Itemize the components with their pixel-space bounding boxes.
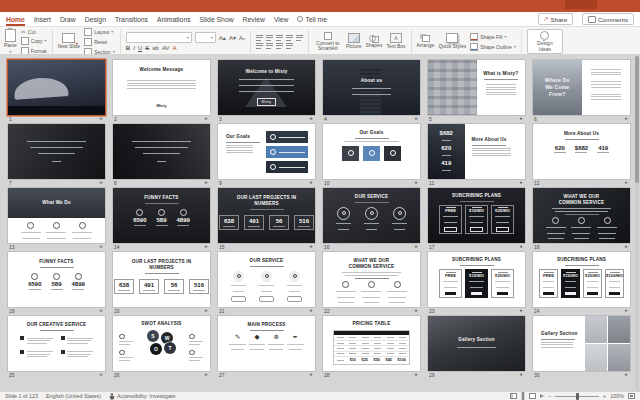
tab-review[interactable]: Review (243, 13, 265, 26)
slide-thumbnail-23[interactable]: SUBCRIBING PLANSFREE$15/MO$25/MO (428, 252, 525, 307)
arrange-button[interactable]: Arrange (417, 34, 435, 48)
select-button (470, 227, 483, 233)
feature-icon (27, 222, 34, 229)
table-cell (337, 343, 344, 344)
tab-design[interactable]: Design (85, 13, 106, 26)
shape-fill-button[interactable]: Shape Fill▾ (470, 33, 516, 41)
decrease-font-button[interactable]: A▾ (229, 34, 236, 41)
design-ideas-button[interactable]: Design Ideas (527, 29, 563, 54)
slide-thumbnail-1[interactable] (8, 60, 105, 115)
zoom-slider[interactable] (555, 396, 599, 397)
slide-sorter-view-button[interactable] (521, 392, 525, 400)
text-line (338, 229, 349, 230)
slide-thumbnail-13[interactable]: What We Do (8, 188, 105, 243)
slideshow-view-button[interactable] (540, 394, 544, 398)
tab-tell-me[interactable]: Tell me (297, 13, 327, 26)
zoom-slider-thumb[interactable] (576, 393, 579, 400)
text-box-button[interactable]: A Text Box (386, 33, 405, 49)
tab-draw[interactable]: Draw (60, 13, 76, 26)
slide-thumbnail-27[interactable]: MAIN PROCESS✎◆⊕✒ (218, 316, 315, 371)
slide-thumbnail-25[interactable]: OUR CREATIVE SERVICE (8, 316, 105, 371)
slide-thumbnail-19[interactable]: FUNNY FACTS65905894899 (8, 252, 105, 307)
slide-thumbnail-22[interactable]: WHAT WE OUR COMMON SERVICE (323, 252, 420, 307)
cut-button[interactable]: ✂Cut (21, 29, 47, 35)
text-shadow-button[interactable]: ab (152, 45, 159, 51)
slide-thumbnail-7[interactable] (8, 124, 105, 179)
align-center-button[interactable] (266, 43, 273, 49)
slide-thumbnail-21[interactable]: OUR SERVICE (218, 252, 315, 307)
slide-thumbnail-10[interactable]: Our Goals (323, 124, 420, 179)
vertical-scrollbar[interactable] (635, 56, 639, 390)
service-icon (394, 281, 401, 288)
italic-button[interactable]: I (133, 45, 135, 51)
zoom-level[interactable]: 100% (610, 393, 624, 399)
accessibility-button[interactable]: Accessibility: Investigate (109, 393, 175, 400)
zoom-out-button[interactable]: − (548, 393, 551, 399)
slide-thumbnail-28[interactable]: PRICING TABLE$10$25$50$45$100 (323, 316, 420, 371)
slide-thumbnail-26[interactable]: SWOT ANALYSISSWOT (113, 316, 210, 371)
comments-button[interactable]: Comments (582, 13, 634, 25)
strikethrough-button[interactable]: S (145, 45, 149, 51)
font-name-combo[interactable]: ▾ (126, 32, 192, 43)
tab-view[interactable]: View (274, 13, 289, 26)
font-color-button[interactable]: A (172, 45, 176, 51)
shape-outline-button[interactable]: Shape Outline▾ (470, 43, 516, 51)
slide-thumbnail-17[interactable]: SUBCRIBING PLANSFREE$15/MO$25/MO (428, 188, 525, 243)
tab-insert[interactable]: Insert (34, 13, 51, 26)
language-button[interactable]: English (United States) (46, 393, 101, 399)
share-button[interactable]: ↗Share (538, 13, 574, 25)
clear-formatting-button[interactable]: Aₓ (239, 35, 245, 41)
reading-view-button[interactable] (529, 393, 536, 399)
slide-thumbnail-3[interactable]: Welcome to MistyMisty (218, 60, 315, 115)
character-spacing-button[interactable]: AV (162, 45, 170, 51)
fit-to-window-button[interactable] (628, 393, 635, 399)
layout-button[interactable]: Layout▾ (84, 28, 115, 36)
tab-animations[interactable]: Animations (157, 13, 191, 26)
new-slide-button[interactable]: New Slide (58, 33, 81, 49)
convert-smartart-button[interactable]: Convert to SmartArt (314, 32, 342, 52)
columns-button[interactable] (286, 43, 293, 49)
slide-thumbnail-14[interactable]: FUNNY FACTS65905894899 (113, 188, 210, 243)
tab-home[interactable]: Home (6, 13, 25, 26)
slide-thumbnail-4[interactable]: About us (323, 60, 420, 115)
indent-decrease-button[interactable] (276, 35, 283, 41)
normal-view-button[interactable] (510, 393, 517, 399)
bullets-button[interactable] (256, 35, 263, 41)
numbering-button[interactable] (266, 35, 273, 41)
tab-transitions[interactable]: Transitions (115, 13, 148, 26)
reset-button[interactable]: Reset (84, 38, 115, 46)
slide-thumbnail-30[interactable]: Gallery Section (533, 316, 630, 371)
tab-slide-show[interactable]: Slide Show (200, 13, 234, 26)
align-right-button[interactable] (276, 43, 283, 49)
line-spacing-button[interactable] (296, 35, 303, 41)
slide-thumbnail-6[interactable]: Where Do We Come From? (533, 60, 630, 115)
slide-thumbnail-29[interactable]: Gallery Section (428, 316, 525, 371)
copy-button[interactable]: Copy▾ (21, 37, 47, 45)
underline-button[interactable]: U (138, 45, 142, 51)
picture-button[interactable]: Picture (346, 33, 362, 49)
slide-thumbnail-2[interactable]: Welcome MessageMisty (113, 60, 210, 115)
slide-footer: 10★ (323, 179, 420, 187)
zoom-in-button[interactable]: + (603, 393, 606, 399)
stat-item: 589 (156, 209, 168, 226)
slide-thumbnail-12[interactable]: More About Us620$682419 (533, 124, 630, 179)
slide-thumbnail-24[interactable]: SUBCRIBING PLANSFREE$15/MO$25/MO$100/MO (533, 252, 630, 307)
arrange-label: Arrange (417, 43, 435, 48)
slide-thumbnail-11[interactable]: $682620419More About Us (428, 124, 525, 179)
slide-thumbnail-5[interactable]: What is Misty? (428, 60, 525, 115)
shapes-button[interactable]: Shapes (365, 34, 382, 48)
slide-thumbnail-9[interactable]: Our Goals (218, 124, 315, 179)
increase-font-button[interactable]: A▴ (219, 34, 226, 41)
scrollbar-thumb[interactable] (635, 56, 639, 183)
slide-thumbnail-16[interactable]: OUR SERVICE (323, 188, 420, 243)
slide-thumbnail-20[interactable]: OUR LAST PROJECTS IN NUMBERS63849156516 (113, 252, 210, 307)
bold-button[interactable]: B (126, 45, 130, 51)
slide-thumbnail-18[interactable]: WHAT WE OUR COMMON SERVICE (533, 188, 630, 243)
quick-styles-button[interactable]: Quick Styles (438, 33, 466, 49)
font-size-combo[interactable]: ▾ (195, 32, 216, 43)
slide-thumbnail-15[interactable]: OUR LAST PROJECTS IN NUMBERS63849156516 (218, 188, 315, 243)
slide-thumbnail-8[interactable] (113, 124, 210, 179)
align-left-button[interactable] (256, 43, 263, 49)
paste-button[interactable]: Paste ▾ (4, 29, 17, 53)
indent-increase-button[interactable] (286, 35, 293, 41)
